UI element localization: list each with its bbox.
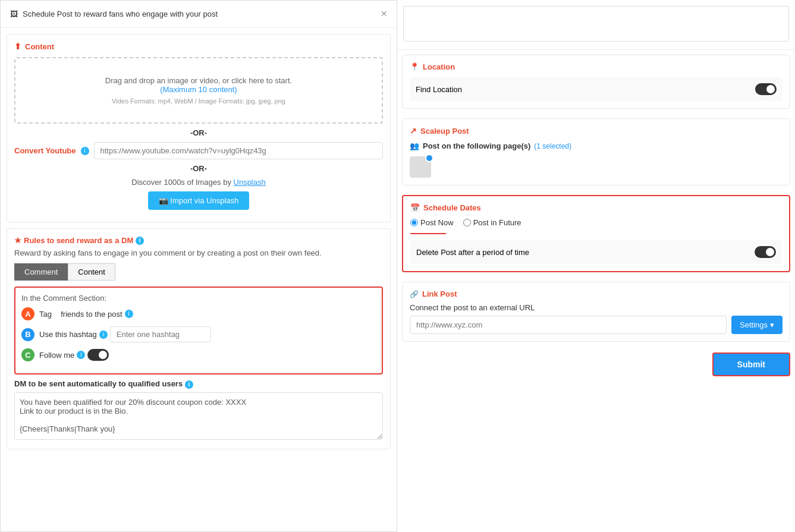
follow-toggle[interactable]: [87, 349, 109, 361]
delete-post-toggle[interactable]: [755, 246, 776, 258]
follow-info-icon[interactable]: i: [77, 351, 85, 359]
find-location-label: Find Location: [416, 85, 462, 94]
scaleup-row: Post on the following page(s) (1 selecte…: [410, 141, 783, 150]
url-row: Settings ▾: [410, 316, 783, 334]
comment-section-label: In the Comment Section:: [21, 294, 376, 303]
content-section-title: Content: [14, 42, 383, 51]
rules-info-icon[interactable]: i: [136, 237, 144, 245]
post-now-radio[interactable]: Post Now: [410, 218, 454, 227]
unsplash-text: Discover 1000s of Images by Unsplash: [14, 178, 383, 187]
camera-icon: [159, 196, 168, 205]
link-post-section: Link Post Connect the post to an externa…: [402, 282, 790, 342]
rule-b-item: B Use this hashtag i: [21, 326, 376, 342]
star-icon: ★: [14, 236, 21, 245]
calendar-icon: [410, 203, 420, 212]
find-location-toggle[interactable]: [755, 83, 777, 95]
or-divider-2: -OR-: [14, 164, 383, 173]
content-section: Content Drag and drop an image or video,…: [7, 34, 391, 222]
convert-youtube-label: Convert Youtube: [14, 146, 76, 155]
rule-a-circle: A: [21, 307, 34, 320]
delete-post-row: Delete Post after a period of time: [410, 240, 782, 264]
dm-info-icon[interactable]: i: [185, 380, 193, 389]
unsplash-link[interactable]: Unsplash: [234, 178, 266, 187]
rule-b-circle: B: [21, 328, 34, 341]
post-time-radio-group: Post Now Post in Future: [410, 218, 782, 227]
tag-info-icon[interactable]: i: [125, 310, 133, 318]
users-icon: [410, 141, 419, 150]
scaleup-icon: [410, 126, 417, 136]
dm-textarea-wrap: You have been qualified for our 20% disc…: [14, 392, 383, 442]
selected-badge: (1 selected): [534, 142, 571, 150]
post-now-underline: [410, 233, 446, 234]
rules-box: In the Comment Section: A Tag friends to…: [14, 287, 383, 374]
convert-row: Convert Youtube i: [14, 142, 383, 159]
delete-post-label: Delete Post after a period of time: [416, 248, 529, 257]
left-panel: Schedule Post to reward fans who engage …: [0, 0, 397, 532]
page-thumb-badge: [425, 154, 433, 162]
submit-row: Submit: [402, 352, 790, 376]
connect-label: Connect the post to an external URL: [410, 303, 783, 312]
dm-section-title: DM to be sent automatically to qualified…: [14, 379, 383, 389]
rule-c-item: C Follow me i: [21, 348, 376, 361]
import-unsplash-button[interactable]: Import via Unsplash: [148, 191, 250, 210]
dropzone-text: Drag and drop an image or video, or clic…: [27, 76, 370, 85]
chevron-down-icon: ▾: [770, 320, 774, 329]
location-title: Location: [410, 62, 783, 71]
link-title: Link Post: [410, 289, 783, 298]
scaleup-title: Scaleup Post: [410, 126, 783, 136]
modal-header: Schedule Post to reward fans who engage …: [1, 1, 397, 28]
rule-c-text: Follow me i: [39, 349, 109, 361]
hashtag-info-icon[interactable]: i: [99, 330, 108, 339]
post-future-radio[interactable]: Post in Future: [463, 218, 521, 227]
right-panel: Location Find Location Scaleup Post Post…: [397, 0, 795, 532]
scaleup-section: Scaleup Post Post on the following page(…: [402, 118, 790, 185]
rule-b-text: Use this hashtag i: [39, 326, 211, 342]
dropzone[interactable]: Drag and drop an image or video, or clic…: [14, 57, 383, 124]
settings-button[interactable]: Settings ▾: [731, 316, 783, 334]
dropzone-max: (Maximum 10 content): [27, 85, 370, 94]
modal-title-row: Schedule Post to reward fans who engage …: [10, 10, 218, 18]
tab-comment[interactable]: Comment: [14, 263, 68, 281]
link-chain-icon: [410, 289, 419, 298]
page-thumbnail[interactable]: [410, 156, 431, 178]
schedule-title: Schedule Dates: [410, 203, 782, 212]
dm-textarea[interactable]: You have been qualified for our 20% disc…: [14, 392, 383, 440]
rules-section: ★ Rules to send reward as a DM i Reward …: [7, 228, 391, 449]
youtube-url-input[interactable]: [94, 142, 383, 159]
hashtag-input[interactable]: [110, 326, 211, 342]
url-input[interactable]: [410, 316, 727, 334]
rule-a-text: Tag friends to the post i: [39, 310, 133, 319]
upload-icon: [14, 42, 21, 51]
top-textarea[interactable]: [403, 6, 789, 42]
close-button[interactable]: ×: [381, 8, 387, 20]
schedule-section: Schedule Dates Post Now Post in Future D…: [402, 195, 790, 272]
rules-title: ★ Rules to send reward as a DM i: [14, 236, 383, 245]
rules-tab-bar: Comment Content: [14, 263, 383, 281]
dropzone-formats: Video Formats: mp4, WebM / Image Formats…: [27, 97, 370, 105]
rules-subtitle: Reward by asking fans to engage in you c…: [14, 248, 383, 257]
find-location-row: Find Location: [410, 77, 783, 101]
location-icon: [410, 62, 419, 71]
image-icon: [10, 10, 18, 18]
or-divider-1: -OR-: [14, 128, 383, 137]
convert-info-icon[interactable]: i: [81, 147, 89, 155]
rule-a-item: A Tag friends to the post i: [21, 307, 376, 320]
submit-button[interactable]: Submit: [712, 352, 790, 376]
modal-title: Schedule Post to reward fans who engage …: [23, 10, 218, 18]
top-textarea-area: [397, 0, 795, 50]
rule-c-circle: C: [21, 348, 34, 361]
location-section: Location Find Location: [402, 55, 790, 109]
tab-content[interactable]: Content: [68, 263, 115, 281]
